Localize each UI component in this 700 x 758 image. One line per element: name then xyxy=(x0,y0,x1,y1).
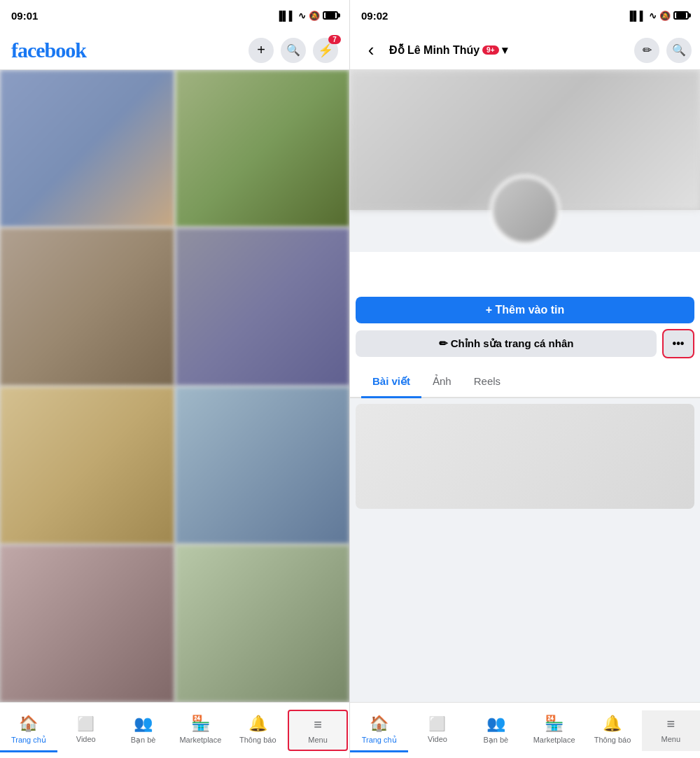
nav-home-right[interactable]: 🏠 Trang chủ xyxy=(350,709,408,752)
right-signal-icon: ▐▌▌ xyxy=(626,10,646,21)
edit-button[interactable]: ✏ xyxy=(634,38,659,63)
edit-icon: ✏ xyxy=(643,43,652,57)
tab-reels[interactable]: Reels xyxy=(463,367,512,398)
nav-marketplace-left[interactable]: 🏪 Marketplace xyxy=(172,709,229,752)
back-icon: ‹ xyxy=(368,39,374,61)
search-icon: 🔍 xyxy=(286,43,300,57)
avatar xyxy=(490,175,560,245)
left-mute-icon: 🔕 xyxy=(309,10,320,21)
right-status-icons: ▐▌▌ ∿ 🔕 xyxy=(626,10,689,21)
profile-name: Đỗ Lê Minh Thúy xyxy=(389,43,479,57)
profile-tabs: Bài viết Ảnh Reels xyxy=(350,367,700,398)
left-phone: 09:01 ▐▌▌ ∿ 🔕 facebook + 🔍 ⚡ 7 xyxy=(0,0,350,758)
left-wifi-icon: ∿ xyxy=(298,10,306,21)
marketplace-icon-left: 🏪 xyxy=(191,715,210,733)
right-battery-icon xyxy=(673,11,689,20)
nav-marketplace-label-left: Marketplace xyxy=(179,736,221,744)
left-status-bar: 09:01 ▐▌▌ ∿ 🔕 xyxy=(0,0,349,31)
post-placeholder xyxy=(356,404,694,509)
chevron-down-icon: ▾ xyxy=(502,43,507,57)
nav-friends-label-right: Bạn bè xyxy=(483,736,508,745)
search-icon-right: 🔍 xyxy=(672,43,686,57)
facebook-logo: facebook xyxy=(11,38,248,62)
nav-marketplace-label-right: Marketplace xyxy=(533,736,575,744)
add-story-button[interactable]: + Thêm vào tin xyxy=(356,297,694,323)
nav-friends-right[interactable]: 👥 Bạn bè xyxy=(467,709,525,752)
right-time: 09:02 xyxy=(361,10,388,22)
friends-icon-left: 👥 xyxy=(134,715,153,733)
messenger-badge: 7 xyxy=(328,35,341,44)
nav-marketplace-right[interactable]: 🏪 Marketplace xyxy=(525,709,583,752)
left-content-area xyxy=(0,70,349,702)
search-button[interactable]: 🔍 xyxy=(281,38,306,63)
nav-friends-label-left: Bạn bè xyxy=(131,736,156,745)
marketplace-icon-right: 🏪 xyxy=(545,715,564,733)
avatar-container xyxy=(490,175,560,245)
nav-video-label-right: Video xyxy=(428,735,447,743)
video-icon-left: ⬜ xyxy=(77,715,94,732)
video-icon-right: ⬜ xyxy=(428,715,446,732)
friends-icon-right: 👥 xyxy=(486,715,505,733)
add-icon: + xyxy=(257,42,265,58)
feed-item-2 xyxy=(176,70,350,227)
profile-title: Đỗ Lê Minh Thúy 9+ ▾ xyxy=(389,43,629,57)
notification-icon-left: 🔔 xyxy=(248,715,267,733)
nav-friends-left[interactable]: 👥 Bạn bè xyxy=(115,709,172,752)
home-icon-right: 🏠 xyxy=(370,715,388,733)
nav-menu-left[interactable]: ≡ Menu xyxy=(288,710,348,751)
nav-video-left[interactable]: ⬜ Video xyxy=(57,710,115,751)
search-button-right[interactable]: 🔍 xyxy=(666,38,692,63)
messenger-button[interactable]: ⚡ 7 xyxy=(313,38,338,63)
add-button[interactable]: + xyxy=(248,38,274,63)
nav-menu-label-right: Menu xyxy=(662,735,681,743)
more-options-button[interactable]: ••• xyxy=(662,329,694,358)
edit-profile-button[interactable]: ✏ Chỉnh sửa trang cá nhân xyxy=(356,330,657,357)
nav-notification-label-left: Thông báo xyxy=(239,736,276,744)
right-profile-content: + Thêm vào tin ✏ Chỉnh sửa trang cá nhân… xyxy=(350,70,700,702)
feed-item-8 xyxy=(176,545,350,702)
home-icon: 🏠 xyxy=(19,715,38,733)
right-header-icons: ✏ 🔍 xyxy=(634,38,692,63)
nav-video-right[interactable]: ⬜ Video xyxy=(408,710,466,751)
feed-item-6 xyxy=(176,387,350,544)
left-signal-icon: ▐▌▌ xyxy=(276,10,295,21)
right-status-bar: 09:02 ▐▌▌ ∿ 🔕 xyxy=(350,0,700,31)
messenger-icon: ⚡ xyxy=(318,43,333,58)
notification-icon-right: 🔔 xyxy=(603,715,622,733)
tab-posts[interactable]: Bài viết xyxy=(361,367,421,398)
left-feed xyxy=(0,70,349,702)
left-battery-icon xyxy=(323,11,338,20)
left-header-icons: + 🔍 ⚡ 7 xyxy=(248,38,338,63)
nav-notification-right[interactable]: 🔔 Thông báo xyxy=(583,709,641,752)
right-wifi-icon: ∿ xyxy=(649,10,657,21)
left-status-icons: ▐▌▌ ∿ 🔕 xyxy=(276,10,338,21)
right-bottom-nav: 🏠 Trang chủ ⬜ Video 👥 Bạn bè 🏪 Marketpla… xyxy=(350,702,700,758)
nav-home-label-right: Trang chủ xyxy=(362,736,397,745)
profile-info-section xyxy=(350,252,700,297)
nav-home-label-left: Trang chủ xyxy=(11,736,46,745)
profile-name-area xyxy=(361,258,689,286)
nav-notification-label-right: Thông báo xyxy=(594,736,631,744)
nav-notification-left[interactable]: 🔔 Thông báo xyxy=(229,709,286,752)
profile-notification-badge: 9+ xyxy=(482,45,498,55)
feed-item-7 xyxy=(0,545,174,702)
menu-icon-right: ≡ xyxy=(666,716,675,732)
feed-item-5 xyxy=(0,387,174,544)
nav-menu-right[interactable]: ≡ Menu xyxy=(642,710,700,751)
profile-cover xyxy=(350,70,700,210)
profile-posts-area xyxy=(350,398,700,702)
right-mute-icon: 🔕 xyxy=(659,10,671,21)
right-phone: 09:02 ▐▌▌ ∿ 🔕 ‹ Đỗ Lê Minh Thúy 9+ ▾ ✏ 🔍 xyxy=(350,0,700,758)
nav-home-left[interactable]: 🏠 Trang chủ xyxy=(0,709,57,752)
feed-item-1 xyxy=(0,70,174,227)
left-time: 09:01 xyxy=(11,10,38,22)
tab-photos[interactable]: Ảnh xyxy=(421,367,463,398)
back-button[interactable]: ‹ xyxy=(358,38,384,63)
nav-video-label-left: Video xyxy=(76,735,96,743)
right-header: ‹ Đỗ Lê Minh Thúy 9+ ▾ ✏ 🔍 xyxy=(350,31,700,70)
left-header: facebook + 🔍 ⚡ 7 xyxy=(0,31,349,70)
profile-buttons: + Thêm vào tin ✏ Chỉnh sửa trang cá nhân… xyxy=(350,297,700,367)
menu-icon-left: ≡ xyxy=(314,717,322,733)
nav-menu-label-left: Menu xyxy=(308,736,328,744)
feed-item-4 xyxy=(176,228,350,385)
